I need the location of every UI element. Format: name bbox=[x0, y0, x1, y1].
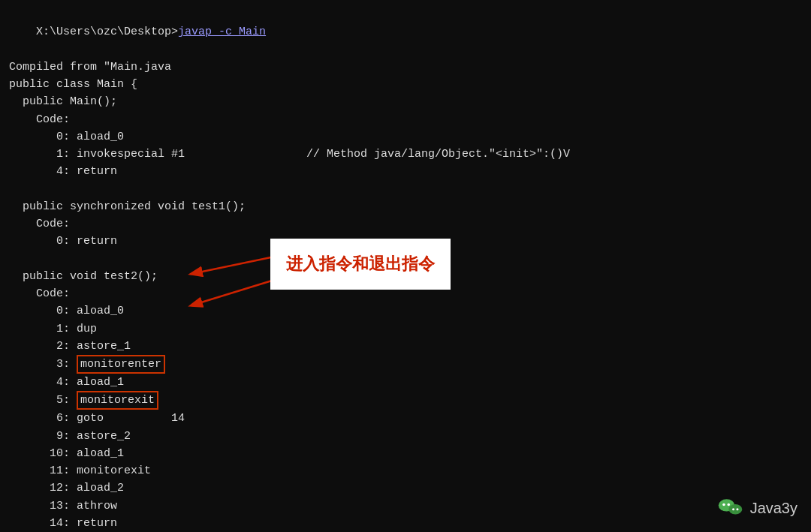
path-text: X:\Users\ozc\Desktop> bbox=[36, 26, 178, 38]
command-line: X:\Users\ozc\Desktop>javap -c Main bbox=[9, 6, 802, 59]
svg-line-1 bbox=[191, 255, 282, 274]
output-line-20: 5: monitorexit bbox=[9, 391, 802, 410]
output-line-7: 4: return bbox=[9, 163, 802, 180]
svg-point-8 bbox=[732, 508, 734, 510]
output-line-26: 13: athrow bbox=[9, 497, 802, 515]
output-line-21: 6: goto 14 bbox=[9, 410, 802, 427]
output-line-25: 12: aload_2 bbox=[9, 479, 802, 497]
watermark-label: Java3y bbox=[750, 500, 797, 517]
output-line-24: 11: monitorexit bbox=[9, 462, 802, 479]
watermark: Java3y bbox=[717, 494, 797, 521]
output-line-3: public Main(); bbox=[9, 93, 802, 110]
output-line-2: public class Main { bbox=[9, 76, 802, 93]
svg-point-6 bbox=[722, 503, 725, 506]
wechat-icon bbox=[717, 494, 744, 521]
output-line-19: 4: aload_1 bbox=[9, 374, 802, 391]
output-line-27: 14: return bbox=[9, 515, 802, 532]
command-text: javap -c Main bbox=[178, 26, 266, 38]
svg-line-3 bbox=[191, 278, 282, 305]
svg-point-7 bbox=[727, 503, 730, 506]
output-line-9: public synchronized void test1(); bbox=[9, 198, 802, 215]
output-line-4: Code: bbox=[9, 111, 802, 128]
arrow-monitorexit bbox=[184, 274, 282, 315]
output-line-8 bbox=[9, 181, 802, 198]
output-line-10: Code: bbox=[9, 215, 802, 233]
output-line-18: 3: monitorenter bbox=[9, 355, 802, 374]
monitorenter-highlight: monitorenter bbox=[77, 355, 165, 374]
output-line-16: 1: dup bbox=[9, 320, 802, 338]
terminal-window: X:\Users\ozc\Desktop>javap -c Main Compi… bbox=[0, 0, 811, 532]
svg-point-9 bbox=[736, 508, 738, 510]
annotation-popup: 进入指令和退出指令 bbox=[270, 239, 451, 290]
output-line-1: Compiled from "Main.java bbox=[9, 59, 802, 76]
output-line-23: 10: aload_1 bbox=[9, 445, 802, 462]
output-line-5: 0: aload_0 bbox=[9, 128, 802, 146]
svg-point-5 bbox=[728, 504, 742, 515]
annotation-text: 进入指令和退出指令 bbox=[286, 253, 435, 275]
output-line-22: 9: astore_2 bbox=[9, 428, 802, 445]
output-line-6: 1: invokespecial #1 // Method java/lang/… bbox=[9, 146, 802, 163]
monitorexit-highlight: monitorexit bbox=[77, 391, 158, 410]
output-line-15: 0: aload_0 bbox=[9, 302, 802, 320]
output-line-17: 2: astore_1 bbox=[9, 338, 802, 355]
